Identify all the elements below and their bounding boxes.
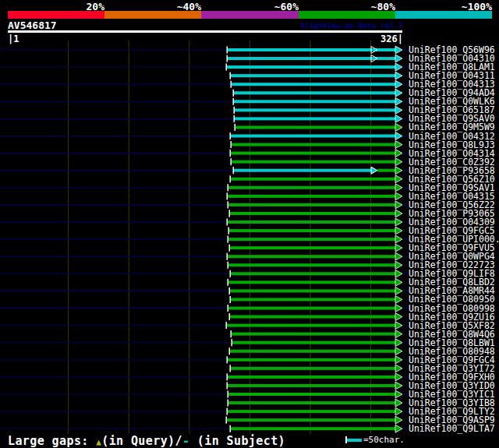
hit-direction-arrow-icon[interactable] — [395, 123, 402, 131]
hsp-bar[interactable] — [228, 401, 395, 404]
hit-direction-arrow-icon[interactable] — [395, 365, 402, 372]
hsp-bar[interactable] — [232, 83, 395, 86]
hsp-bar[interactable] — [228, 376, 395, 379]
hit-direction-arrow-icon[interactable] — [395, 167, 402, 175]
hsp-bar[interactable] — [228, 238, 395, 241]
hit-direction-arrow-icon[interactable] — [395, 347, 402, 355]
hit-direction-arrow-icon[interactable] — [395, 330, 402, 338]
hit-direction-arrow-icon[interactable] — [395, 244, 402, 252]
hsp-bar[interactable] — [234, 169, 371, 172]
hsp-bar[interactable] — [232, 341, 395, 344]
hit-direction-arrow-icon[interactable] — [395, 192, 402, 200]
hit-direction-arrow-icon[interactable] — [395, 132, 402, 140]
hsp-bar[interactable] — [230, 289, 395, 292]
hit-direction-arrow-icon[interactable] — [395, 373, 402, 381]
hit-direction-arrow-icon[interactable] — [395, 227, 402, 235]
hit-direction-arrow-icon[interactable] — [395, 356, 402, 364]
hsp-bar[interactable] — [228, 410, 395, 413]
hit-direction-arrow-icon[interactable] — [395, 72, 402, 79]
hit-direction-arrow-icon[interactable] — [395, 407, 402, 415]
hsp-bar[interactable] — [231, 272, 395, 275]
hit-direction-arrow-icon[interactable] — [395, 89, 402, 97]
hsp-bar[interactable] — [234, 100, 395, 103]
hsp-bar[interactable] — [230, 316, 395, 319]
hsp-bar[interactable] — [228, 220, 395, 224]
hsp-bar[interactable] — [230, 246, 395, 249]
hsp-bar[interactable] — [228, 307, 395, 310]
hsp-bar[interactable] — [228, 358, 395, 362]
hit-direction-arrow-icon[interactable] — [395, 235, 402, 243]
hsp-bar[interactable] — [227, 65, 395, 69]
hsp-bar[interactable] — [231, 152, 395, 155]
hsp-bar[interactable] — [228, 263, 395, 266]
hsp-bar[interactable] — [228, 186, 395, 189]
hsp-bar[interactable] — [228, 203, 395, 206]
hsp-bar[interactable] — [228, 195, 395, 198]
hsp-bar[interactable] — [231, 427, 395, 430]
hsp-bar[interactable] — [228, 48, 395, 51]
hsp-bar[interactable] — [229, 229, 395, 232]
hit-direction-arrow-icon[interactable] — [395, 416, 402, 424]
hit-direction-arrow-icon[interactable] — [395, 115, 402, 122]
hsp-bar[interactable] — [228, 280, 395, 284]
hit-direction-arrow-icon[interactable] — [395, 55, 402, 62]
hit-direction-arrow-icon[interactable] — [395, 278, 402, 286]
hsp-bar[interactable] — [227, 324, 395, 327]
hsp-bar[interactable] — [235, 117, 395, 120]
hit-direction-arrow-icon[interactable] — [395, 270, 402, 277]
hsp-bar[interactable] — [230, 350, 395, 353]
hsp-bar[interactable] — [232, 161, 395, 164]
hit-direction-arrow-icon[interactable] — [395, 63, 402, 71]
bar-start-tick — [230, 425, 232, 432]
hsp-bar[interactable] — [228, 57, 395, 60]
hsp-bar[interactable] — [231, 178, 395, 181]
alignment-plot: UniRef100_Q56W96UniRef100_O04310UniRef10… — [0, 0, 499, 448]
hsp-bar[interactable] — [231, 298, 395, 301]
hit-direction-arrow-icon[interactable] — [395, 399, 402, 407]
hit-direction-arrow-icon[interactable] — [395, 322, 402, 330]
hsp-bar[interactable] — [231, 135, 395, 138]
hit-direction-arrow-icon[interactable] — [395, 141, 402, 149]
hit-direction-arrow-icon[interactable] — [395, 158, 402, 166]
hit-direction-arrow-icon[interactable] — [395, 175, 402, 183]
hit-direction-arrow-icon[interactable] — [395, 261, 402, 269]
hsp-bar[interactable] — [232, 143, 395, 146]
bar-start-tick — [227, 55, 228, 62]
hit-direction-arrow-icon[interactable] — [395, 295, 402, 303]
hsp-bar[interactable] — [230, 212, 395, 215]
hit-direction-arrow-icon[interactable] — [395, 390, 402, 398]
bar-start-tick — [227, 253, 228, 260]
hit-direction-arrow-icon[interactable] — [395, 305, 402, 312]
hit-direction-arrow-icon[interactable] — [395, 184, 402, 192]
hsp-bar[interactable] — [227, 418, 395, 422]
bar-start-tick — [229, 210, 231, 217]
hit-direction-arrow-icon[interactable] — [395, 210, 402, 217]
hit-direction-arrow-icon[interactable] — [395, 46, 402, 54]
hit-direction-arrow-icon[interactable] — [395, 313, 402, 321]
hit-direction-arrow-icon[interactable] — [395, 425, 402, 432]
hit-label[interactable]: UniRef100_Q9LTA7 — [409, 423, 495, 434]
hsp-bar[interactable] — [234, 91, 395, 94]
hsp-bar[interactable] — [228, 393, 395, 396]
hit-direction-arrow-icon[interactable] — [395, 97, 402, 105]
hsp-bar[interactable] — [235, 108, 395, 111]
hit-direction-arrow-icon[interactable] — [395, 382, 402, 390]
hsp-bar[interactable] — [231, 367, 395, 370]
hit-direction-arrow-icon[interactable] — [395, 201, 402, 209]
query-gap-text: (in Query)/ — [101, 434, 182, 448]
hit-direction-arrow-icon[interactable] — [395, 339, 402, 347]
hit-direction-arrow-icon[interactable] — [395, 218, 402, 226]
hsp-bar[interactable] — [228, 255, 395, 258]
hit-direction-arrow-icon[interactable] — [395, 80, 402, 88]
hsp-bar[interactable] — [235, 125, 395, 129]
hsp-bar[interactable] — [231, 74, 395, 77]
hsp-bar[interactable] — [377, 169, 395, 172]
bar-start-tick — [227, 373, 228, 380]
hsp-bar[interactable] — [228, 384, 395, 387]
hit-direction-arrow-icon[interactable] — [395, 252, 402, 260]
hit-direction-arrow-icon[interactable] — [395, 287, 402, 295]
hit-direction-arrow-icon[interactable] — [395, 106, 402, 114]
large-gaps-label: Large gaps: — [8, 434, 96, 448]
hit-direction-arrow-icon[interactable] — [395, 150, 402, 157]
hsp-bar[interactable] — [232, 333, 395, 336]
